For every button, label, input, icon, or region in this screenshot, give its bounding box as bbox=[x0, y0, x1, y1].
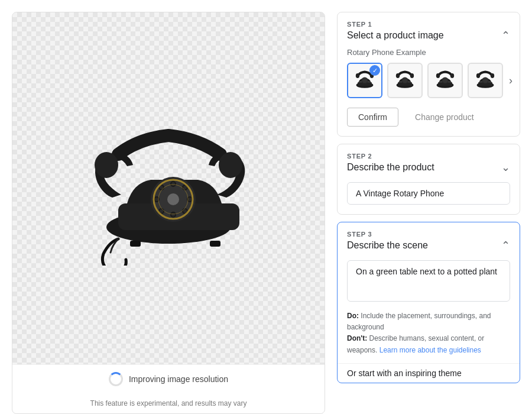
step2-label: STEP 2 bbox=[347, 153, 510, 160]
change-product-button[interactable]: Change product bbox=[404, 108, 485, 127]
step1-label: STEP 1 bbox=[347, 21, 510, 28]
svg-rect-26 bbox=[210, 241, 220, 247]
svg-point-24 bbox=[219, 152, 242, 178]
or-section-text: Or start with an inspiring theme bbox=[338, 363, 520, 383]
disclaimer-text: This feature is experimental, and result… bbox=[79, 393, 259, 413]
left-panel: Improving image resolution This feature … bbox=[12, 12, 325, 414]
step3-header[interactable]: STEP 3 Describe the scene ⌃ bbox=[338, 222, 520, 258]
thumbnails-next-icon[interactable]: › bbox=[509, 75, 512, 87]
svg-point-13 bbox=[171, 182, 175, 186]
svg-point-43 bbox=[436, 73, 440, 78]
loading-text: Improving image resolution bbox=[129, 374, 228, 384]
confirm-button[interactable]: Confirm bbox=[347, 108, 398, 127]
step1-card: STEP 1 Select a product image ⌃ Rotary P… bbox=[337, 12, 520, 137]
svg-point-36 bbox=[403, 78, 407, 83]
step1-chevron-up-icon: ⌃ bbox=[501, 29, 510, 42]
thumbnails-row: ✓ bbox=[338, 63, 520, 105]
thumbnail-3[interactable] bbox=[427, 63, 463, 98]
step3-label: STEP 3 bbox=[347, 231, 510, 238]
svg-point-42 bbox=[443, 78, 447, 83]
thumbnail-2[interactable] bbox=[387, 63, 423, 98]
svg-point-48 bbox=[483, 78, 488, 83]
step2-chevron-down-icon: ⌄ bbox=[501, 161, 510, 174]
thumbnail-1-checkmark: ✓ bbox=[369, 65, 380, 76]
step1-header[interactable]: STEP 1 Select a product image ⌃ bbox=[338, 12, 520, 48]
svg-point-30 bbox=[362, 78, 367, 83]
step1-title: Select a product image bbox=[347, 30, 444, 41]
svg-point-44 bbox=[450, 73, 454, 78]
svg-point-31 bbox=[356, 73, 359, 78]
step1-buttons: Confirm Change product bbox=[338, 105, 520, 136]
thumbnail-1[interactable]: ✓ bbox=[347, 63, 382, 98]
main-layout: Improving image resolution This feature … bbox=[0, 0, 532, 414]
product-image bbox=[74, 106, 263, 271]
svg-point-19 bbox=[155, 198, 158, 201]
step3-title: Describe the scene bbox=[347, 240, 428, 251]
svg-point-50 bbox=[491, 73, 494, 78]
guidelines-text: Do: Include the placement, surroundings,… bbox=[338, 310, 520, 363]
svg-point-4 bbox=[167, 193, 179, 205]
step1-subtitle: Rotary Phone Example bbox=[338, 48, 520, 63]
do-text: Include the placement, surroundings, and… bbox=[347, 312, 491, 331]
dont-label: Don't: bbox=[347, 334, 367, 342]
image-area bbox=[12, 12, 325, 364]
svg-point-37 bbox=[396, 73, 400, 78]
svg-point-49 bbox=[476, 73, 480, 78]
step2-card: STEP 2 Describe the product ⌄ bbox=[337, 144, 520, 215]
step3-chevron-up-icon: ⌃ bbox=[501, 239, 510, 252]
product-description-input[interactable] bbox=[347, 182, 510, 205]
svg-rect-25 bbox=[130, 241, 141, 247]
svg-point-38 bbox=[410, 73, 414, 78]
step2-header[interactable]: STEP 2 Describe the product ⌄ bbox=[338, 144, 520, 180]
scene-description-textarea[interactable]: On a green table next to a potted plant bbox=[347, 260, 510, 302]
do-label: Do: bbox=[347, 312, 359, 320]
svg-point-17 bbox=[171, 213, 175, 216]
loading-bar: Improving image resolution bbox=[12, 364, 325, 393]
step3-card: STEP 3 Describe the scene ⌃ On a green t… bbox=[337, 222, 520, 383]
guidelines-link[interactable]: Learn more about the guidelines bbox=[379, 346, 481, 354]
spinner-icon bbox=[109, 372, 123, 386]
right-panel: STEP 1 Select a product image ⌃ Rotary P… bbox=[337, 12, 520, 414]
thumbnail-4[interactable] bbox=[468, 63, 503, 98]
svg-point-15 bbox=[188, 198, 192, 201]
svg-point-23 bbox=[95, 152, 118, 178]
step2-title: Describe the product bbox=[347, 162, 434, 173]
